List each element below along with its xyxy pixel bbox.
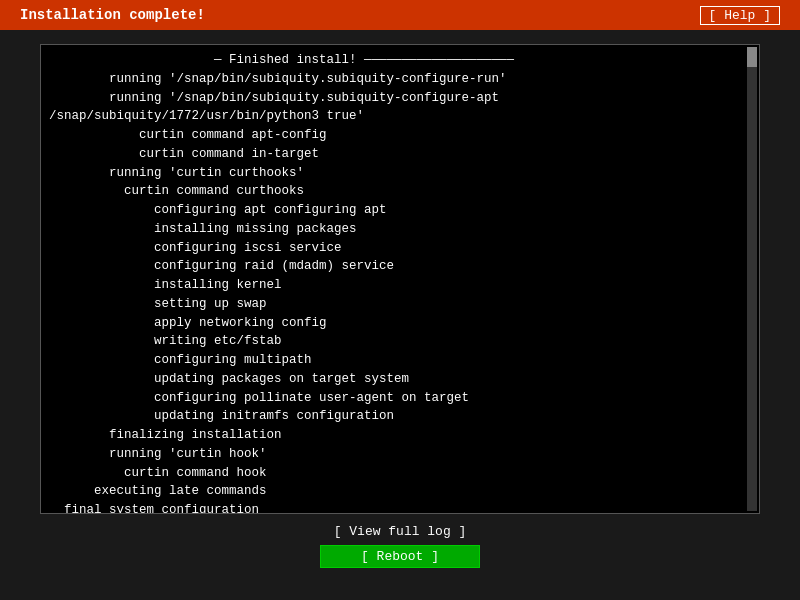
reboot-button[interactable]: [ Reboot ] — [320, 545, 480, 568]
buttons-area: [ View full log ] [ Reboot ] — [320, 522, 480, 568]
view-full-log-button[interactable]: [ View full log ] — [326, 522, 475, 541]
scrollbar-track[interactable] — [747, 47, 757, 511]
log-box: — Finished install! ————————————————————… — [40, 44, 760, 514]
scrollbar-thumb[interactable] — [747, 47, 757, 67]
main-area: — Finished install! ————————————————————… — [0, 30, 800, 570]
log-content: — Finished install! ————————————————————… — [49, 51, 751, 514]
help-button[interactable]: [ Help ] — [700, 6, 780, 25]
top-bar: Installation complete! [ Help ] — [0, 0, 800, 30]
top-bar-title: Installation complete! — [20, 7, 205, 23]
